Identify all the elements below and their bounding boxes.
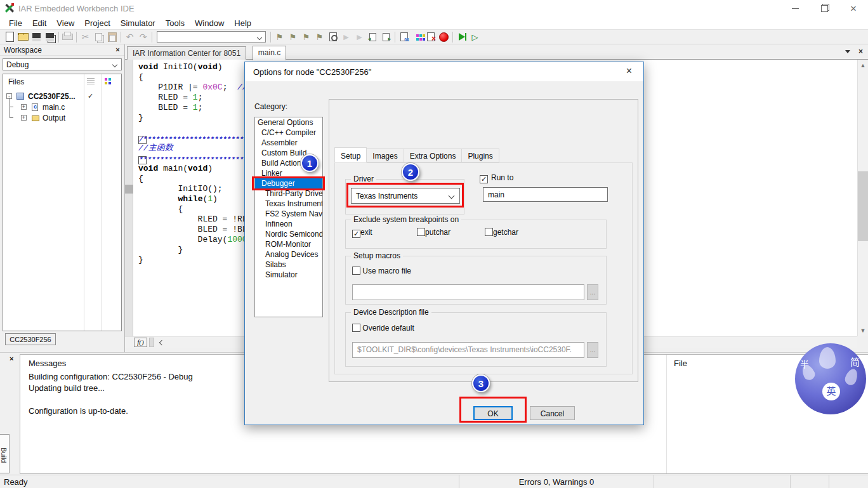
window-controls — [780, 0, 868, 16]
vertical-scrollbar-thumb[interactable] — [858, 171, 868, 241]
editor-tab-list-icon[interactable] — [845, 50, 850, 53]
next-document-icon[interactable] — [379, 30, 393, 43]
previous-document-icon[interactable] — [366, 30, 379, 43]
menu-help[interactable]: Help — [229, 18, 256, 28]
editor-tab-iar-information-center-for-8051[interactable]: IAR Information Center for 8051 — [127, 46, 246, 60]
putchar-checkbox[interactable] — [417, 228, 425, 236]
exit-checkbox[interactable]: ✓ — [352, 230, 360, 238]
category-general-options[interactable]: General Options — [255, 117, 322, 128]
use-macro-file-checkbox[interactable] — [352, 267, 360, 275]
minimize-icon[interactable] — [780, 0, 810, 16]
category-silabs[interactable]: Silabs — [255, 260, 322, 270]
category-c-c-compiler[interactable]: C/C++ Compiler — [255, 128, 322, 138]
overview-column-icon[interactable] — [87, 78, 95, 85]
toolbar-separator — [452, 32, 453, 43]
tree-item-output[interactable]: +Output — [3, 112, 121, 123]
driver-group-label: Driver — [351, 175, 376, 183]
menu-tools[interactable]: Tools — [161, 18, 190, 28]
menu-edit[interactable]: Edit — [27, 18, 51, 28]
toggle-bookmark-icon[interactable]: ⚑ — [273, 30, 286, 43]
run-to-checkbox[interactable]: ✓ — [480, 175, 488, 183]
debug-without-downloading-icon[interactable]: ▷ — [468, 30, 482, 43]
save-all-icon[interactable] — [43, 30, 56, 43]
undo-icon[interactable]: ↶ — [123, 30, 136, 43]
download-and-debug-icon[interactable] — [455, 30, 468, 43]
tree-expand-icon[interactable]: + — [21, 104, 27, 110]
menu-window[interactable]: Window — [190, 18, 229, 28]
window-titlebar: IAR Embedded Workbench IDE — [0, 0, 868, 16]
find-in-files-icon[interactable] — [326, 30, 339, 43]
tree-connector — [10, 98, 13, 107]
category-fs2-system-navig[interactable]: FS2 System Navig — [255, 209, 322, 219]
device-group-label: Device Description file — [351, 308, 431, 317]
macro-file-input[interactable] — [352, 284, 584, 300]
tab-images[interactable]: Images — [367, 148, 404, 162]
cancel-button[interactable]: Cancel — [530, 406, 575, 420]
navigate-forward-icon[interactable]: ▶ — [339, 30, 353, 43]
tab-setup[interactable]: Setup — [334, 147, 367, 162]
editor-close-icon[interactable] — [858, 47, 863, 56]
editor-tab-main-c[interactable]: main.c — [253, 46, 286, 60]
scroll-left-icon[interactable] — [156, 338, 166, 347]
previous-bookmark-icon[interactable]: ⚑ — [286, 30, 299, 43]
category-infineon[interactable]: Infineon — [255, 219, 322, 229]
scroll-down-icon[interactable]: ▼ — [860, 327, 866, 334]
open-file-icon[interactable] — [16, 30, 30, 43]
menu-view[interactable]: View — [51, 18, 79, 28]
annotation-box-ok — [459, 397, 527, 423]
tree-item-main-c[interactable]: +main.c — [3, 102, 121, 112]
build-panel-tab[interactable]: Build — [0, 434, 10, 473]
redo-icon[interactable]: ↷ — [136, 30, 150, 43]
device-file-input[interactable]: $TOOLKIT_DIR$\config\devices\Texas Instr… — [352, 342, 584, 358]
make-icon[interactable] — [411, 30, 424, 43]
getchar-checkbox[interactable] — [485, 228, 493, 236]
category-nordic-semiconduc[interactable]: Nordic Semiconduc — [255, 229, 322, 239]
output-column-icon[interactable] — [105, 78, 107, 81]
override-default-checkbox[interactable] — [352, 324, 360, 332]
scroll-up-icon[interactable]: ▲ — [860, 62, 866, 69]
run-to-input[interactable]: main — [483, 187, 608, 202]
stop-build-icon[interactable] — [424, 30, 437, 43]
clear-bookmarks-icon[interactable]: ⚑ — [313, 30, 326, 43]
tree-expand-icon[interactable]: + — [21, 115, 27, 121]
dialog-close-icon[interactable] — [615, 62, 643, 81]
navigate-insert-icon[interactable]: ▶ — [353, 30, 366, 43]
breakpoint-gutter[interactable] — [125, 60, 133, 336]
category-simulator[interactable]: Simulator — [255, 270, 322, 280]
workspace-close-icon[interactable] — [114, 46, 122, 54]
compile-icon[interactable] — [397, 30, 411, 43]
tree-item-cc2530f25-[interactable]: -CC2530F25...✓ — [3, 91, 121, 102]
toggle-breakpoint-icon[interactable] — [437, 30, 450, 43]
tab-extra-options[interactable]: Extra Options — [404, 148, 463, 162]
macro-browse-button[interactable]: ... — [587, 284, 598, 300]
function-list-button[interactable]: f() — [134, 338, 147, 347]
category-analog-devices[interactable]: Analog Devices — [255, 249, 322, 260]
toolbar-search-combobox[interactable] — [157, 31, 266, 43]
menu-simulator[interactable]: Simulator — [115, 18, 161, 28]
device-browse-button[interactable]: ... — [587, 342, 598, 358]
category-assembler[interactable]: Assembler — [255, 138, 322, 148]
window-title: IAR Embedded Workbench IDE — [18, 4, 135, 13]
configuration-dropdown[interactable]: Debug — [3, 58, 122, 70]
workspace-project-tab[interactable]: CC2530F256 — [5, 333, 56, 345]
build-log-line: Building configuration: CC2530F256 - Deb… — [29, 371, 193, 383]
paste-icon[interactable] — [105, 30, 119, 43]
close-icon[interactable] — [839, 0, 868, 16]
build-panel-close-icon[interactable] — [10, 355, 13, 362]
print-icon[interactable] — [61, 30, 74, 43]
run-to-checkbox-row: ✓Run to — [480, 173, 513, 183]
copy-icon[interactable] — [92, 30, 105, 43]
new-document-icon[interactable] — [3, 30, 16, 43]
annotation-step-1: 1 — [301, 154, 319, 172]
restore-icon[interactable] — [810, 0, 839, 16]
scrollbar-grip[interactable] — [149, 338, 154, 347]
menu-file[interactable]: File — [4, 18, 27, 28]
category-texas-instruments[interactable]: Texas Instruments — [255, 199, 322, 209]
menu-project[interactable]: Project — [79, 18, 115, 28]
save-icon[interactable] — [30, 30, 43, 43]
editor-vertical-scrollbar[interactable]: ▲ ▼ — [857, 60, 868, 336]
category-rom-monitor[interactable]: ROM-Monitor — [255, 239, 322, 249]
next-bookmark-icon[interactable]: ⚑ — [299, 30, 313, 43]
cut-icon[interactable]: ✂ — [79, 30, 92, 43]
tab-plugins[interactable]: Plugins — [462, 148, 499, 162]
